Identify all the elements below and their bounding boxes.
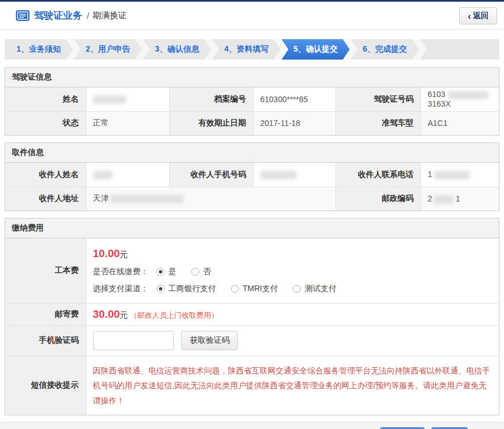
file-no-value: 610300****85 xyxy=(253,87,335,111)
step-3-confirm-info[interactable]: 3、确认信息 xyxy=(143,39,211,60)
table-row: 收件人姓名 收件人手机号码 收件人联系电话 1 xyxy=(5,163,499,187)
radio-online-no[interactable]: 否 xyxy=(191,267,211,277)
license-info-section: 驾驶证信息 姓名 档案编号 610300****85 驾驶证号码 6103 31… xyxy=(5,67,499,136)
vehicle-type-label: 准驾车型 xyxy=(335,111,421,135)
pickup-info-table: 收件人姓名 收件人手机号码 收件人联系电话 1 收件人地址 天津 邮政编码 2 … xyxy=(5,163,499,211)
radio-unselected-icon xyxy=(191,268,199,276)
table-row: 短信接收提示 因陕西省联通、电信运营商技术问题，陕西省互联网交通安全综合服务管理… xyxy=(5,356,499,415)
license-no-value: 6103 3163X xyxy=(421,87,499,111)
contact-phone-value: 1 xyxy=(421,163,499,187)
vehicle-type-value: A1C1 xyxy=(421,111,499,135)
radio-unselected-icon xyxy=(231,285,239,293)
postal-code-label: 邮政编码 xyxy=(335,187,421,211)
step-6-complete-submit[interactable]: 6、完成提交 xyxy=(351,39,419,60)
license-section-title: 驾驶证信息 xyxy=(5,68,499,87)
status-label: 状态 xyxy=(5,111,86,135)
table-row: 状态 正常 有效期止日期 2017-11-18 准驾车型 A1C1 xyxy=(5,111,499,135)
footer-action-bar: 上一步 完成 xyxy=(0,422,504,429)
payment-section-title: 缴纳费用 xyxy=(5,218,499,238)
license-no-suffix: 3163X xyxy=(428,99,451,108)
recipient-name-label: 收件人姓名 xyxy=(5,163,86,187)
address-prefix: 天津 xyxy=(93,194,109,203)
step-1-business-notice[interactable]: 1、业务须知 xyxy=(5,39,73,60)
radio-channel-icbc[interactable]: 工商银行支付 xyxy=(157,284,216,294)
step-4-fill-data[interactable]: 4、资料填写 xyxy=(212,39,280,60)
license-no-label: 驾驶证号码 xyxy=(335,87,421,111)
step-2-user-declaration[interactable]: 2、用户申告 xyxy=(74,39,142,60)
table-row: 收件人地址 天津 邮政编码 2 1 xyxy=(5,187,499,211)
name-label: 姓名 xyxy=(5,87,86,111)
postal-prefix: 2 xyxy=(428,194,432,203)
postage-cell: 30.00元（邮政人员上门收取费用） xyxy=(86,303,499,325)
work-fee-amount: 10.00 xyxy=(93,247,120,259)
get-captcha-button[interactable]: 获取验证码 xyxy=(181,331,238,350)
pickup-info-section: 取件信息 收件人姓名 收件人手机号码 收件人联系电话 1 收件人地址 天津 邮政… xyxy=(5,142,499,211)
expiry-label: 有效期止日期 xyxy=(169,111,253,135)
table-row: 工本费 10.00元 是否在线缴费： 是 否 选 xyxy=(5,238,499,303)
redacted-recipient-name xyxy=(93,171,112,179)
radio-channel-tmri-label: TMRI支付 xyxy=(243,284,278,294)
back-button-label: 返回 xyxy=(473,11,489,21)
breadcrumb-divider: / xyxy=(87,11,89,20)
postage-amount: 30.00 xyxy=(93,308,120,320)
contact-phone-label: 收件人联系电话 xyxy=(335,163,421,187)
radio-selected-icon xyxy=(157,268,165,276)
radio-channel-test[interactable]: 测试支付 xyxy=(293,284,337,294)
sms-notice-cell: 因陕西省联通、电信运营商技术问题，陕西省互联网交通安全综合服务管理平台无法向持陕… xyxy=(86,356,499,415)
radio-selected-icon xyxy=(157,285,165,293)
redacted-license-no xyxy=(448,91,489,99)
postage-note: （邮政人员上门收取费用） xyxy=(130,311,219,319)
sms-notice-label: 短信接收提示 xyxy=(5,356,86,415)
redacted-mobile xyxy=(261,171,297,179)
breadcrumb-current: 期满换证 xyxy=(93,10,127,21)
radio-online-yes[interactable]: 是 xyxy=(157,267,177,277)
currency-unit: 元 xyxy=(120,250,128,259)
postage-label: 邮寄费 xyxy=(5,303,86,325)
radio-channel-test-label: 测试支付 xyxy=(305,284,337,294)
work-fee-cell: 10.00元 是否在线缴费： 是 否 选择支付渠道： xyxy=(86,238,499,303)
pay-channel-row: 选择支付渠道： 工商银行支付 TMRI支付 测试支付 xyxy=(93,284,493,294)
radio-online-no-label: 否 xyxy=(203,267,211,277)
radio-unselected-icon xyxy=(293,285,301,293)
captcha-input[interactable] xyxy=(93,331,174,350)
redacted-postal xyxy=(434,195,453,204)
back-chevron-icon: ‹ xyxy=(468,11,471,21)
redacted-contact-phone xyxy=(434,171,469,179)
recipient-name-value xyxy=(86,163,169,187)
radio-channel-icbc-label: 工商银行支付 xyxy=(169,284,216,294)
postal-suffix: 1 xyxy=(456,194,460,203)
pickup-section-title: 取件信息 xyxy=(5,143,499,163)
table-row: 手机验证码 获取验证码 xyxy=(5,325,499,356)
status-value: 正常 xyxy=(86,111,169,135)
online-pay-row: 是否在线缴费： 是 否 xyxy=(93,267,493,277)
license-form-icon xyxy=(16,10,30,21)
page-header: 驾驶证业务 / 期满换证 ‹ 返回 xyxy=(0,2,504,30)
table-row: 邮寄费 30.00元（邮政人员上门收取费用） xyxy=(5,303,499,325)
step-5-confirm-submit[interactable]: 5、确认提交 xyxy=(282,39,350,60)
redacted-name xyxy=(93,95,126,104)
contact-prefix: 1 xyxy=(428,170,432,179)
step-progress-bar: 1、业务须知 2、用户申告 3、确认信息 4、资料填写 5、确认提交 6、完成提… xyxy=(5,39,499,60)
address-value: 天津 xyxy=(86,187,335,211)
sms-notice-text: 因陕西省联通、电信运营商技术问题，陕西省互联网交通安全综合服务管理平台无法向持陕… xyxy=(93,361,493,411)
license-info-table: 姓名 档案编号 610300****85 驾驶证号码 6103 3163X 状态… xyxy=(5,87,499,135)
address-label: 收件人地址 xyxy=(5,187,86,211)
page-title: 驾驶证业务 xyxy=(34,9,82,22)
radio-channel-tmri[interactable]: TMRI支付 xyxy=(231,284,278,294)
work-fee-label: 工本费 xyxy=(5,238,86,303)
work-fee-amount-line: 10.00元 xyxy=(93,247,493,260)
currency-unit: 元 xyxy=(120,310,128,319)
mobile-label: 收件人手机号码 xyxy=(169,163,253,187)
file-no-label: 档案编号 xyxy=(169,87,253,111)
mobile-value xyxy=(253,163,335,187)
pay-channel-question: 选择支付渠道： xyxy=(93,284,149,294)
redacted-address xyxy=(111,195,183,203)
captcha-cell: 获取验证码 xyxy=(86,325,499,356)
online-pay-question: 是否在线缴费： xyxy=(93,267,149,277)
license-no-prefix: 6103 xyxy=(428,90,446,99)
captcha-label: 手机验证码 xyxy=(5,325,86,356)
payment-section: 缴纳费用 工本费 10.00元 是否在线缴费： 是 否 xyxy=(5,218,499,415)
postal-code-value: 2 1 xyxy=(421,187,499,211)
back-button[interactable]: ‹ 返回 xyxy=(459,7,497,24)
expiry-value: 2017-11-18 xyxy=(253,111,335,135)
